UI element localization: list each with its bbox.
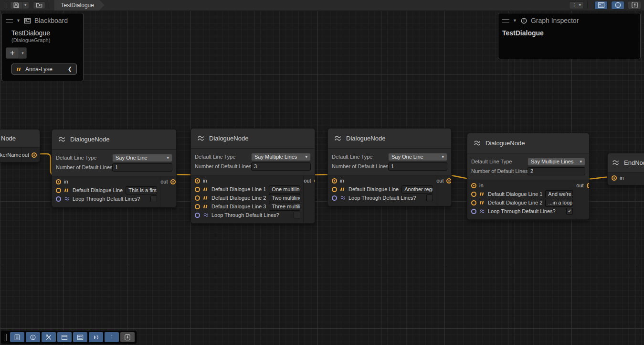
- line-type-value: Say Multiple Lines: [531, 159, 573, 164]
- toggle-spark-button[interactable]: [628, 1, 641, 10]
- folder-open-icon: [36, 2, 42, 9]
- drag-handle-icon[interactable]: [6, 19, 13, 22]
- output-port[interactable]: [314, 178, 315, 183]
- line-port[interactable]: [471, 200, 476, 205]
- dialogue-line-field[interactable]: Two multiline: [269, 194, 300, 202]
- toggle-blackboard-button[interactable]: [594, 1, 608, 10]
- line-type-dropdown[interactable]: Say One Line ▾: [388, 153, 447, 161]
- input-port[interactable]: [56, 179, 61, 184]
- blackboard-property-row[interactable]: Anna-Lyse ❮: [11, 64, 77, 75]
- spark-icon: [631, 1, 638, 9]
- graph-canvas[interactable]: Node kerName out DialogueNode Default Li…: [0, 11, 644, 345]
- node-header[interactable]: DialogueNode: [52, 129, 176, 150]
- breadcrumb-tab[interactable]: TestDialogue: [54, 0, 105, 11]
- loop-icon: [479, 208, 485, 214]
- line-label: Default Dialogue Line 3: [211, 204, 266, 209]
- node-header[interactable]: Node: [0, 129, 40, 148]
- dialogue-line-field[interactable]: This is a first: [126, 186, 157, 194]
- toggle-graph-inspector-button[interactable]: [611, 1, 624, 10]
- dialogue-node-1[interactable]: DialogueNode Default Line Type Say One L…: [52, 129, 177, 207]
- input-port-label: in: [479, 183, 484, 188]
- spark-toggle-button[interactable]: [120, 332, 135, 342]
- more-options-button[interactable]: ⋮: [105, 332, 119, 342]
- graph-inspector-header[interactable]: ▼ Graph Inspector: [498, 13, 640, 26]
- line-port[interactable]: [471, 192, 476, 197]
- save-button[interactable]: [10, 1, 22, 9]
- lines-count-field[interactable]: 2: [528, 167, 585, 175]
- blackboard-header[interactable]: ▼ Blackboard: [2, 13, 83, 26]
- lines-count-label: Number of Default Lines: [56, 164, 112, 170]
- node-header[interactable]: DialogueNode: [191, 129, 315, 149]
- dialogue-line-field[interactable]: ...in a loop: [545, 199, 573, 207]
- input-port[interactable]: [332, 178, 337, 183]
- save-options-dropdown[interactable]: ▾: [22, 1, 29, 9]
- output-port[interactable]: [446, 178, 452, 183]
- line-label: Default Dialogue Line 2: [488, 200, 542, 205]
- dialogue-line-field[interactable]: One multiline: [269, 185, 300, 194]
- line-type-dropdown[interactable]: Say One Line ▾: [112, 154, 172, 162]
- dialogue-toggle-button[interactable]: [89, 332, 103, 342]
- node-header[interactable]: EndNode: [608, 153, 644, 172]
- output-port[interactable]: [587, 183, 590, 188]
- dialogue-node-4[interactable]: DialogueNode Default Line Type Say Multi…: [467, 133, 590, 220]
- add-property-dropdown[interactable]: ▾: [19, 47, 27, 59]
- input-port[interactable]: [471, 183, 476, 188]
- node-header[interactable]: DialogueNode: [467, 133, 589, 153]
- quote-icon: [64, 187, 70, 193]
- graph-inspector-panel[interactable]: ▼ Graph Inspector TestDialogue: [498, 13, 641, 59]
- info-icon: [520, 17, 528, 24]
- output-port[interactable]: [32, 152, 37, 158]
- loop-icon: [340, 195, 346, 201]
- loop-port[interactable]: [332, 195, 337, 201]
- line-type-label: Default Line Type: [195, 154, 251, 160]
- console-toggle-button[interactable]: [10, 332, 24, 342]
- blackboard-icon: [24, 17, 31, 24]
- toolbar-drag-handle[interactable]: [4, 2, 7, 8]
- line-port[interactable]: [332, 187, 337, 192]
- toolbar-drag-handle[interactable]: [4, 334, 7, 341]
- collapse-arrow-icon[interactable]: ▼: [513, 19, 517, 23]
- end-node[interactable]: EndNode in: [607, 153, 644, 185]
- speaker-node-partial[interactable]: Node kerName out: [0, 129, 40, 162]
- overflow-menu-button[interactable]: ⋮ ▾: [569, 1, 584, 9]
- loop-port[interactable]: [195, 213, 200, 218]
- blackboard-panel[interactable]: ▼ Blackboard TestDialogue (DialogueGraph…: [1, 13, 84, 81]
- lines-count-field[interactable]: 1: [388, 162, 447, 171]
- dialogue-line-field[interactable]: And we're...: [545, 190, 573, 198]
- chevron-left-icon[interactable]: ❮: [68, 66, 72, 72]
- output-port[interactable]: [170, 179, 176, 184]
- lines-count-field[interactable]: 3: [251, 162, 311, 171]
- line-type-dropdown[interactable]: Say Multiple Lines ▾: [251, 153, 311, 161]
- collapse-arrow-icon[interactable]: ▼: [16, 19, 21, 23]
- line-port[interactable]: [56, 188, 61, 193]
- toolbar-separator: [49, 2, 49, 9]
- node-header[interactable]: DialogueNode: [328, 129, 451, 149]
- loop-checkbox[interactable]: ✓: [566, 208, 573, 215]
- dialogue-line-field[interactable]: Another regu: [401, 185, 433, 194]
- open-asset-button[interactable]: [33, 1, 45, 9]
- line-type-dropdown[interactable]: Say Multiple Lines ▾: [528, 158, 585, 166]
- blackboard-toggle-button[interactable]: [73, 332, 87, 342]
- line-port[interactable]: [195, 204, 200, 209]
- input-port[interactable]: [195, 178, 200, 183]
- dialogue-node-2[interactable]: DialogueNode Default Line Type Say Multi…: [190, 128, 315, 224]
- loop-port[interactable]: [471, 209, 476, 214]
- input-port[interactable]: [612, 175, 617, 181]
- loop-port[interactable]: [56, 196, 61, 202]
- line-port[interactable]: [195, 195, 200, 201]
- line-port[interactable]: [195, 187, 200, 192]
- lines-count-field[interactable]: 1: [112, 163, 172, 172]
- output-port-label: out: [436, 178, 443, 183]
- loop-checkbox[interactable]: [294, 212, 300, 218]
- line-label: Default Dialogue Line 1: [488, 191, 542, 197]
- dialogue-line-field[interactable]: Three multiline: [269, 203, 300, 211]
- info-toggle-button[interactable]: [26, 332, 40, 342]
- loop-checkbox[interactable]: [150, 195, 157, 202]
- drag-handle-icon[interactable]: [502, 19, 509, 22]
- window-toggle-button[interactable]: [57, 332, 72, 342]
- loop-checkbox[interactable]: [426, 194, 433, 201]
- property-name: Anna-Lyse: [25, 66, 64, 73]
- tools-toggle-button[interactable]: [42, 332, 56, 342]
- dialogue-node-3[interactable]: DialogueNode Default Line Type Say One L…: [327, 128, 452, 206]
- add-property-button[interactable]: +: [6, 47, 19, 59]
